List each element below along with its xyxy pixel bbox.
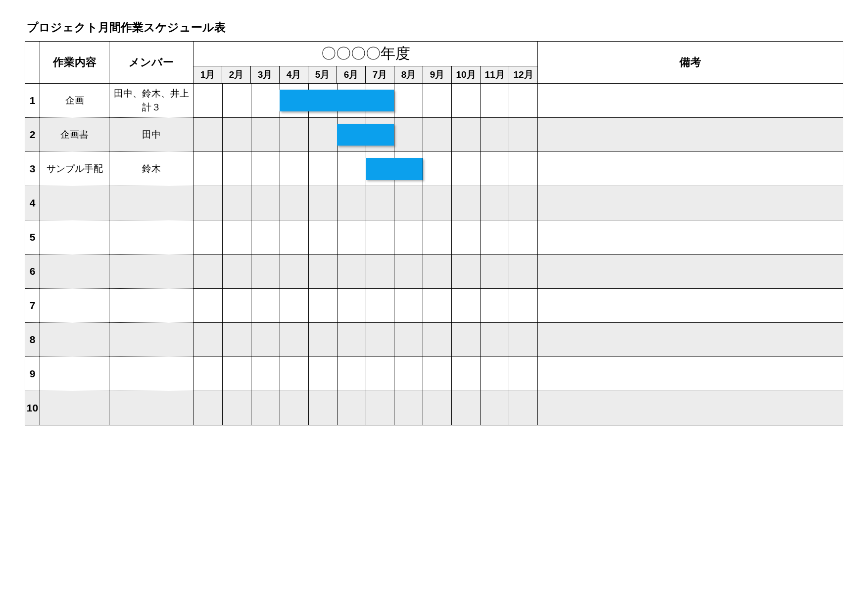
row-number: 1	[25, 84, 40, 118]
month-divider	[337, 323, 338, 357]
notes-cell	[538, 391, 843, 425]
task-cell: 企画	[40, 84, 109, 118]
month-divider	[337, 391, 338, 425]
task-cell	[40, 220, 109, 255]
row-number: 6	[25, 255, 40, 289]
month-divider	[423, 84, 423, 117]
month-divider	[308, 357, 309, 391]
month-divider	[308, 118, 309, 152]
month-header: 4月	[280, 66, 308, 84]
header-member: メンバー	[109, 42, 193, 84]
table-row: 9	[25, 357, 843, 391]
notes-cell	[538, 118, 843, 152]
row-number: 4	[25, 186, 40, 220]
gantt-cell	[193, 186, 538, 220]
table-row: 10	[25, 391, 843, 425]
month-divider	[280, 152, 280, 186]
table-row: 7	[25, 289, 843, 323]
month-divider	[308, 186, 309, 220]
month-divider	[308, 391, 309, 425]
month-divider	[222, 152, 223, 186]
month-divider	[394, 220, 394, 254]
month-divider	[509, 84, 509, 117]
month-divider	[222, 118, 223, 152]
month-divider	[222, 357, 223, 391]
month-divider	[308, 220, 309, 254]
gantt-cell	[193, 255, 538, 289]
table-row: 2企画書田中	[25, 118, 843, 152]
month-divider	[423, 289, 423, 322]
month-divider	[509, 391, 509, 425]
month-divider	[480, 323, 481, 357]
month-divider	[251, 118, 251, 152]
month-divider	[394, 289, 394, 322]
notes-cell	[538, 152, 843, 186]
month-divider	[451, 152, 452, 186]
month-divider	[280, 357, 280, 391]
gantt-cell	[193, 391, 538, 425]
month-divider	[509, 255, 509, 288]
month-divider	[280, 323, 280, 357]
month-divider	[280, 391, 280, 425]
month-divider	[222, 84, 223, 117]
month-divider	[280, 289, 280, 322]
month-header: 7月	[366, 66, 394, 84]
month-divider	[251, 357, 251, 391]
task-cell	[40, 186, 109, 220]
gantt-cell	[193, 357, 538, 391]
month-divider	[394, 357, 394, 391]
month-divider	[308, 152, 309, 186]
month-divider	[337, 220, 338, 254]
month-divider	[423, 186, 423, 220]
notes-cell	[538, 84, 843, 118]
member-cell: 鈴木	[109, 152, 193, 186]
member-cell	[109, 323, 193, 357]
month-divider	[222, 220, 223, 254]
month-divider	[480, 186, 481, 220]
gantt-cell	[193, 118, 538, 152]
month-divider	[451, 357, 452, 391]
month-divider	[251, 289, 251, 322]
month-divider	[251, 186, 251, 220]
month-divider	[509, 152, 509, 186]
month-divider	[308, 289, 309, 322]
notes-cell	[538, 220, 843, 255]
month-divider	[251, 255, 251, 288]
member-cell: 田中	[109, 118, 193, 152]
month-header: 12月	[509, 66, 538, 84]
header-year: 〇〇〇〇年度	[193, 42, 538, 66]
month-divider	[222, 289, 223, 322]
gantt-cell	[193, 84, 538, 118]
gantt-bar	[280, 90, 394, 111]
task-cell	[40, 323, 109, 357]
month-divider	[222, 391, 223, 425]
table-row: 6	[25, 255, 843, 289]
month-divider	[308, 255, 309, 288]
month-divider	[480, 84, 481, 117]
month-divider	[451, 391, 452, 425]
month-divider	[222, 186, 223, 220]
month-divider	[394, 323, 394, 357]
month-divider	[451, 255, 452, 288]
month-divider	[337, 186, 338, 220]
month-header: 3月	[251, 66, 280, 84]
month-divider	[308, 323, 309, 357]
month-divider	[423, 255, 423, 288]
month-divider	[222, 323, 223, 357]
month-divider	[509, 220, 509, 254]
month-divider	[394, 186, 394, 220]
month-divider	[337, 289, 338, 322]
month-header: 11月	[481, 66, 509, 84]
table-row: 3サンプル手配鈴木	[25, 152, 843, 186]
row-number: 7	[25, 289, 40, 323]
header-notes: 備考	[538, 42, 843, 84]
table-body: 1企画田中、鈴木、井上計３2企画書田中3サンプル手配鈴木45678910	[25, 84, 843, 425]
row-number: 8	[25, 323, 40, 357]
month-divider	[509, 118, 509, 152]
month-divider	[251, 152, 251, 186]
schedule-table: 作業内容 メンバー 〇〇〇〇年度 備考 1月 2月 3月 4月 5月 6月 7月…	[25, 41, 843, 425]
month-divider	[480, 255, 481, 288]
month-divider	[480, 391, 481, 425]
month-divider	[480, 357, 481, 391]
month-divider	[280, 220, 280, 254]
